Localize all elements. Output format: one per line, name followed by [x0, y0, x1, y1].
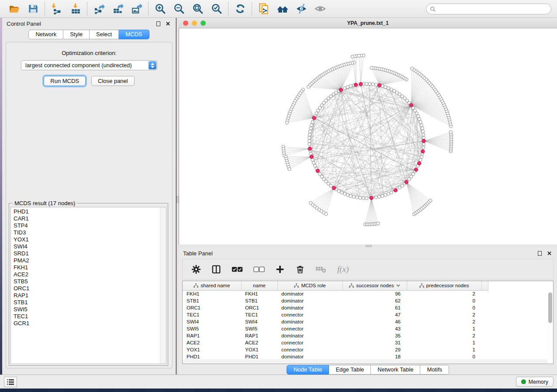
close-panel-button[interactable]: Close panel — [91, 76, 135, 86]
global-search-field[interactable] — [426, 3, 551, 14]
clone-network-icon[interactable] — [258, 3, 270, 15]
tab-style[interactable]: Style — [63, 30, 90, 39]
mcds-result-item[interactable]: CAR1 — [14, 215, 166, 222]
import-table-icon[interactable] — [69, 3, 81, 15]
cell-predecessor_nodes[interactable]: 2 — [407, 311, 481, 318]
column-header-MCDS-role[interactable]: MCDS role — [277, 281, 343, 290]
run-mcds-button[interactable]: Run MCDS — [44, 76, 86, 86]
cell-name[interactable]: RAP1 — [241, 332, 277, 339]
tab-mcds[interactable]: MCDS — [119, 30, 149, 39]
cell-mcds_role[interactable]: connector — [277, 346, 343, 353]
mcds-result-item[interactable]: SWI5 — [14, 306, 166, 313]
cell-mcds_role[interactable]: dominator — [277, 332, 343, 339]
table-row[interactable]: ACE2ACE2connector311 — [183, 339, 488, 346]
cell-name[interactable]: SWI5 — [241, 325, 277, 332]
cell-mcds_role[interactable]: dominator — [277, 318, 343, 325]
tab-motifs[interactable]: Motifs — [420, 365, 449, 375]
toggle-column-icon[interactable] — [211, 264, 221, 275]
mcds-result-item[interactable]: ORC1 — [14, 285, 166, 292]
splitter-grip[interactable] — [366, 245, 372, 247]
mcds-result-item[interactable]: STB5 — [14, 278, 166, 285]
column-header-predecessor-nodes[interactable]: predecessor nodes — [407, 281, 481, 290]
cell-name[interactable]: SWI4 — [241, 318, 277, 325]
mcds-result-item[interactable]: ACE2 — [14, 271, 166, 278]
cell-name[interactable]: STB1 — [241, 297, 277, 304]
cell-name[interactable]: TEC1 — [241, 311, 277, 318]
cell-predecessor_nodes[interactable]: 2 — [407, 332, 481, 339]
cell-successor_nodes[interactable]: 47 — [343, 311, 407, 318]
cell-shared_name[interactable]: RAP1 — [183, 332, 241, 339]
mcds-result-item[interactable]: STP4 — [14, 222, 166, 229]
cell-shared_name[interactable]: YOX1 — [183, 346, 241, 353]
close-panel-icon[interactable]: ✕ — [165, 21, 171, 27]
table-row[interactable]: SWI5SWI5connector431 — [183, 325, 488, 332]
save-session-icon[interactable] — [27, 3, 39, 15]
scrollbar-thumb[interactable] — [548, 292, 552, 323]
mcds-result-item[interactable]: TEC1 — [14, 313, 166, 320]
zoom-fit-icon[interactable] — [192, 3, 204, 15]
cell-successor_nodes[interactable]: 61 — [343, 304, 407, 311]
hide-panel-eye-icon[interactable] — [295, 3, 307, 15]
optimization-criterion-select[interactable]: largest connected component (undirected) — [21, 60, 157, 70]
cell-successor_nodes[interactable]: 31 — [343, 339, 407, 346]
mcds-result-item[interactable]: SRD1 — [14, 250, 166, 257]
tab-select[interactable]: Select — [90, 30, 119, 39]
table-row[interactable]: STB1STB1dominator620 — [183, 297, 488, 304]
memory-button[interactable]: Memory — [516, 377, 554, 387]
cell-shared_name[interactable]: ACE2 — [183, 339, 241, 346]
mcds-result-list[interactable]: PHD1CAR1STP4TID3YOX1SWI4SRD1PMA2FKH1ACE2… — [10, 207, 166, 364]
task-history-button[interactable] — [4, 377, 17, 387]
cell-predecessor_nodes[interactable]: 1 — [407, 339, 481, 346]
column-header-name[interactable]: name — [241, 281, 277, 290]
export-table-icon[interactable] — [112, 3, 124, 15]
cell-name[interactable]: YOX1 — [241, 346, 277, 353]
cell-successor_nodes[interactable]: 62 — [343, 297, 407, 304]
refresh-icon[interactable] — [234, 3, 246, 15]
cell-predecessor_nodes[interactable]: 2 — [407, 290, 481, 297]
cell-name[interactable]: ACE2 — [241, 339, 277, 346]
table-row[interactable]: RAP1RAP1dominator352 — [183, 332, 488, 339]
cell-predecessor_nodes[interactable]: 1 — [407, 346, 481, 353]
show-panel-eye-icon[interactable] — [314, 3, 326, 15]
cell-shared_name[interactable]: FKH1 — [183, 290, 241, 297]
search-input[interactable] — [436, 6, 551, 12]
horizontal-splitter[interactable] — [179, 244, 557, 248]
table-row[interactable]: SWI4SWI4dominator462 — [183, 318, 488, 325]
mcds-result-item[interactable]: RAP1 — [14, 292, 166, 299]
select-all-rows-icon[interactable] — [232, 264, 243, 275]
cell-successor_nodes[interactable]: 35 — [343, 332, 407, 339]
open-file-icon[interactable] — [8, 3, 20, 15]
result-list-scrollbar[interactable] — [160, 207, 166, 364]
table-vertical-scrollbar[interactable] — [547, 291, 553, 359]
cell-successor_nodes[interactable]: 46 — [343, 318, 407, 325]
cell-successor_nodes[interactable]: 96 — [343, 290, 407, 297]
import-network-icon[interactable] — [51, 3, 62, 15]
cell-name[interactable]: ORC1 — [241, 304, 277, 311]
delete-column-icon[interactable] — [295, 264, 305, 275]
zoom-selected-icon[interactable] — [211, 3, 222, 15]
cell-predecessor_nodes[interactable]: 2 — [407, 318, 481, 325]
cell-shared_name[interactable]: SWI5 — [183, 325, 241, 332]
mcds-result-item[interactable]: FKH1 — [14, 264, 166, 271]
tab-network[interactable]: Network — [28, 30, 63, 39]
table-row[interactable]: ORC1ORC1dominator610 — [183, 304, 488, 311]
zoom-out-icon[interactable] — [173, 3, 185, 15]
mcds-result-item[interactable]: SWI4 — [14, 243, 166, 250]
cell-mcds_role[interactable]: dominator — [277, 297, 343, 304]
table-row[interactable]: YOX1YOX1connector291 — [183, 346, 488, 353]
cell-mcds_role[interactable]: connector — [277, 325, 343, 332]
network-window-titlebar[interactable]: YPA_prune.txt_1 — [179, 18, 557, 28]
deselect-all-rows-icon[interactable] — [253, 264, 265, 275]
mcds-result-item[interactable]: PMA2 — [14, 257, 166, 264]
zoom-in-icon[interactable] — [154, 3, 166, 15]
cell-shared_name[interactable]: SWI4 — [183, 318, 241, 325]
home-icon[interactable] — [277, 3, 288, 15]
mcds-result-item[interactable]: YOX1 — [14, 236, 166, 243]
table-row[interactable]: FKH1FKH1dominator962 — [183, 290, 488, 297]
cell-mcds_role[interactable]: connector — [277, 339, 343, 346]
network-canvas[interactable] — [179, 28, 557, 244]
export-image-icon[interactable] — [131, 3, 142, 15]
column-header-shared-name[interactable]: shared name — [183, 281, 241, 290]
tab-network-table[interactable]: Network Table — [371, 365, 420, 375]
mcds-result-item[interactable]: GCR1 — [14, 320, 166, 327]
